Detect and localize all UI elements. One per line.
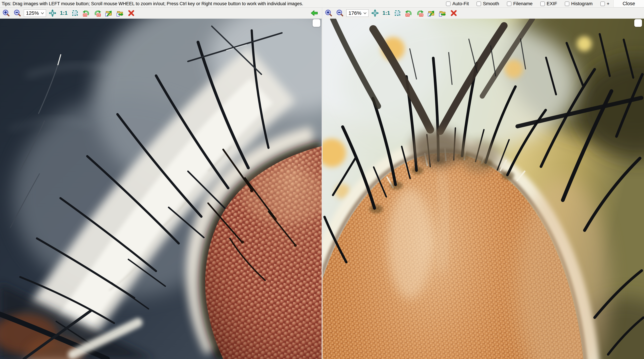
actual-size-button[interactable]: 1:1	[382, 8, 391, 18]
move-to-folder-icon	[438, 9, 446, 17]
rotate-right-90-icon: 90	[94, 9, 101, 17]
left-panel: 125% 1:1	[0, 8, 322, 359]
checkbox-smooth[interactable]: Smooth	[476, 1, 499, 6]
copy-image-button[interactable]	[426, 8, 436, 18]
fit-selection-icon	[394, 9, 401, 17]
fit-to-window-button[interactable]	[48, 8, 57, 18]
svg-text:90: 90	[97, 14, 100, 16]
rotate-right-button[interactable]: 90	[415, 8, 425, 18]
move-image-button[interactable]	[438, 8, 447, 18]
copy-image-button[interactable]	[104, 8, 114, 18]
checkbox-auto-fit[interactable]: Auto-Fit	[446, 1, 469, 6]
chevron-down-icon	[41, 12, 44, 14]
remove-x-icon	[127, 9, 135, 17]
rotate-right-button[interactable]: 90	[93, 8, 102, 18]
zoom-out-button[interactable]	[335, 8, 344, 18]
arrow-left-icon	[310, 10, 318, 16]
left-image-viewport[interactable]	[0, 19, 322, 359]
zoom-out-button[interactable]	[12, 8, 22, 18]
right-toolbar: 176% 1:1	[322, 8, 644, 19]
checkbox-exif[interactable]: EXIF	[540, 1, 557, 6]
filename-label: Filename	[513, 1, 532, 6]
auto-fit-checkbox[interactable]	[446, 2, 450, 6]
smooth-checkbox[interactable]	[476, 2, 481, 6]
histogram-label: Histogram	[571, 1, 593, 6]
right-corner-button[interactable]	[634, 19, 642, 27]
fit-selection-button[interactable]	[70, 8, 80, 18]
zoom-in-icon	[325, 9, 332, 17]
histogram-checkbox[interactable]	[565, 2, 569, 6]
svg-text:90: 90	[406, 14, 409, 16]
move-image-button[interactable]	[115, 8, 125, 18]
plus-label: +	[607, 1, 610, 6]
left-zoom-level-value: 125%	[26, 10, 41, 16]
left-zoom-level-select[interactable]: 125%	[24, 10, 46, 17]
rotate-right-90-icon: 90	[416, 9, 424, 17]
exif-checkbox[interactable]	[540, 2, 545, 6]
fit-selection-icon	[71, 9, 79, 17]
tips-text: Tips: Drag images with LEFT mouse button…	[2, 1, 303, 6]
checkbox-plus[interactable]: +	[600, 1, 610, 6]
fit-to-window-button[interactable]	[370, 8, 380, 18]
rotate-left-90-icon: 90	[82, 9, 90, 17]
rotate-left-button[interactable]: 90	[404, 8, 414, 18]
checkbox-histogram[interactable]: Histogram	[565, 1, 593, 6]
remove-x-icon	[450, 9, 458, 17]
smooth-label: Smooth	[483, 1, 499, 6]
tips-bar: Tips: Drag images with LEFT mouse button…	[0, 0, 644, 8]
right-panel: 176% 1:1	[322, 8, 644, 359]
fit-selection-button[interactable]	[393, 8, 402, 18]
left-toolbar: 125% 1:1	[0, 8, 322, 19]
zoom-out-icon	[336, 9, 344, 17]
left-corner-button[interactable]	[312, 19, 320, 27]
right-zoom-level-select[interactable]: 176%	[346, 10, 368, 17]
zoom-in-button[interactable]	[1, 8, 11, 18]
fit-to-window-icon	[371, 9, 379, 17]
rotate-left-button[interactable]: 90	[82, 8, 91, 18]
actual-size-label: 1:1	[382, 10, 390, 16]
checkbox-filename[interactable]: Filename	[507, 1, 532, 6]
zoom-in-button[interactable]	[324, 8, 333, 18]
collapse-left-arrow-button[interactable]	[310, 8, 319, 18]
fit-to-window-icon	[49, 9, 56, 17]
close-button[interactable]: Close	[614, 0, 644, 8]
rotate-left-90-icon: 90	[405, 9, 412, 17]
auto-fit-label: Auto-Fit	[452, 1, 469, 6]
zoom-in-icon	[2, 9, 10, 17]
copy-to-folder-icon	[428, 9, 435, 17]
move-to-folder-icon	[116, 9, 124, 17]
view-options: Auto-Fit Smooth Filename EXIF Histogram …	[446, 0, 644, 8]
actual-size-label: 1:1	[60, 10, 68, 16]
right-zoom-level-value: 176%	[348, 10, 363, 16]
svg-text:90: 90	[420, 14, 422, 16]
left-photo	[0, 19, 322, 359]
chevron-down-icon	[363, 12, 367, 14]
filename-checkbox[interactable]	[507, 2, 512, 6]
right-photo	[322, 19, 644, 359]
remove-image-button[interactable]	[449, 8, 458, 18]
compare-panels: 125% 1:1	[0, 8, 644, 359]
exif-label: EXIF	[547, 1, 557, 6]
right-image-viewport[interactable]	[322, 19, 644, 359]
copy-to-folder-icon	[105, 9, 112, 17]
zoom-out-icon	[14, 9, 21, 17]
svg-text:90: 90	[84, 14, 86, 16]
remove-image-button[interactable]	[126, 8, 136, 18]
plus-checkbox[interactable]	[600, 2, 605, 6]
actual-size-button[interactable]: 1:1	[59, 8, 68, 18]
